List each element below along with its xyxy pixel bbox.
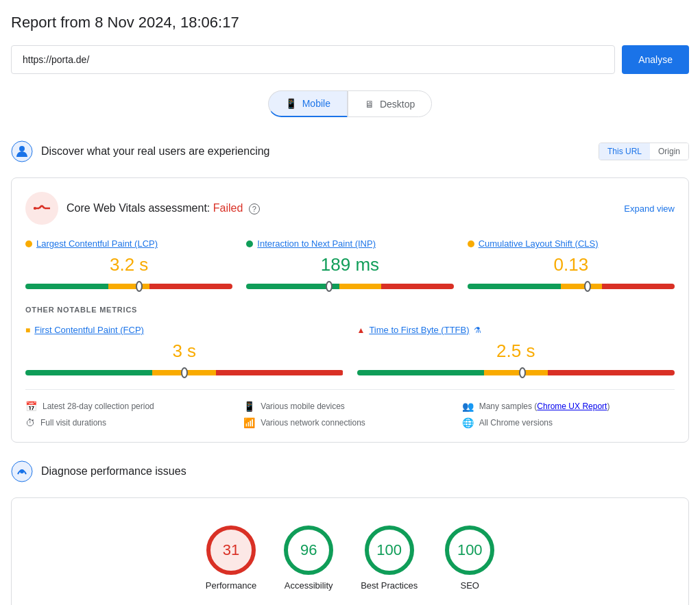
- tab-mobile[interactable]: 📱 Mobile: [268, 90, 348, 117]
- inp-value: 189 ms: [246, 254, 453, 275]
- ttfb-link[interactable]: Time to First Byte (TTFB): [369, 325, 469, 335]
- svg-point-1: [19, 146, 25, 151]
- report-title: Report from 8 Nov 2024, 18:06:17: [11, 14, 689, 32]
- inp-label: Interaction to Next Paint (INP): [246, 238, 453, 249]
- ttfb-bar-red: [548, 370, 675, 375]
- inp-dot: [246, 240, 253, 247]
- accessibility-value: 96: [300, 541, 317, 559]
- fcp-label: ■ First Contentful Paint (FCP): [25, 325, 343, 335]
- info-many-samples: 👥 Many samples (Chrome UX Report): [462, 401, 675, 412]
- best-practices-label: Best Practices: [361, 580, 418, 591]
- ttfb-bar: [357, 370, 675, 375]
- expand-view-link[interactable]: Expand view: [624, 203, 675, 214]
- cwv-icon: [25, 192, 58, 225]
- discover-left: Discover what your real users are experi…: [11, 140, 269, 162]
- cls-bar-orange: [561, 284, 602, 289]
- cwv-header: Core Web Vitals assessment: Failed ? Exp…: [25, 192, 675, 225]
- svg-point-8: [20, 469, 24, 473]
- cwv-title-area: Core Web Vitals assessment: Failed ?: [25, 192, 260, 225]
- cls-value: 0.13: [468, 254, 675, 275]
- inp-bar: [246, 284, 453, 289]
- chrome-ux-link[interactable]: Chrome UX Report: [537, 402, 607, 411]
- analyse-button[interactable]: Analyse: [622, 45, 689, 74]
- url-origin-toggle: This URL Origin: [599, 143, 689, 160]
- discover-title: Discover what your real users are experi…: [41, 145, 269, 158]
- diagnose-card: 31 Performance 96 Accessibility 100 Best…: [11, 497, 689, 605]
- mobile-icon: 📱: [285, 98, 297, 109]
- cwv-metrics-grid: Largest Contentful Paint (LCP) 3.2 s Int…: [25, 238, 675, 289]
- lcp-bar: [25, 284, 232, 289]
- accessibility-label: Accessibility: [285, 580, 333, 591]
- score-best-practices: 100 Best Practices: [361, 526, 418, 591]
- lcp-bar-orange: [108, 284, 149, 289]
- chrome-icon: 🌐: [462, 417, 474, 428]
- ttfb-bar-orange: [484, 370, 548, 375]
- ttfb-value: 2.5 s: [357, 341, 675, 362]
- info-collection-period: 📅 Latest 28-day collection period: [25, 401, 238, 412]
- seo-value: 100: [457, 541, 483, 559]
- url-input[interactable]: [11, 45, 615, 74]
- ttfb-flask-icon: ⚗: [474, 325, 481, 335]
- cwv-assessment-text: Core Web Vitals assessment: Failed ?: [67, 202, 260, 214]
- metric-cls: Cumulative Layout Shift (CLS) 0.13: [468, 238, 675, 289]
- inp-bar-red: [381, 284, 454, 289]
- tab-desktop[interactable]: 🖥 Desktop: [348, 90, 432, 117]
- diagnose-title: Diagnose performance issues: [41, 465, 186, 478]
- score-seo: 100 SEO: [445, 526, 494, 591]
- many-samples-text: Many samples (Chrome UX Report): [479, 402, 610, 411]
- fcp-bar-red: [216, 370, 343, 375]
- lcp-bar-red: [149, 284, 232, 289]
- fcp-value: 3 s: [25, 341, 343, 362]
- origin-button[interactable]: Origin: [650, 143, 688, 160]
- mobile-tab-label: Mobile: [302, 98, 330, 109]
- mobile-devices-text: Various mobile devices: [261, 402, 345, 411]
- lcp-link[interactable]: Largest Contentful Paint (LCP): [36, 238, 158, 249]
- fcp-square-icon: ■: [25, 325, 30, 335]
- lcp-bar-green: [25, 284, 108, 289]
- score-accessibility: 96 Accessibility: [284, 526, 333, 591]
- scores-grid: 31 Performance 96 Accessibility 100 Best…: [25, 512, 675, 604]
- collection-period-text: Latest 28-day collection period: [43, 402, 154, 411]
- metric-lcp: Largest Contentful Paint (LCP) 3.2 s: [25, 238, 232, 289]
- diagnose-header: Diagnose performance issues: [11, 454, 689, 489]
- performance-label: Performance: [206, 580, 256, 591]
- discover-icon: [11, 140, 33, 162]
- fcp-link[interactable]: First Contentful Paint (FCP): [34, 325, 144, 335]
- device-tabs: 📱 Mobile 🖥 Desktop: [11, 90, 689, 117]
- full-visit-text: Full visit durations: [40, 418, 106, 428]
- timer-icon: ⏱: [25, 417, 35, 428]
- cwv-card: Core Web Vitals assessment: Failed ? Exp…: [11, 177, 689, 443]
- performance-circle: 31: [206, 526, 256, 575]
- mobile-devices-icon: 📱: [243, 401, 255, 412]
- performance-value: 31: [223, 541, 239, 559]
- info-network: 📶 Various network connections: [243, 417, 456, 428]
- ttfb-bar-green: [357, 370, 484, 375]
- cwv-help-icon[interactable]: ?: [249, 203, 260, 214]
- fcp-bar: [25, 370, 343, 375]
- svg-line-4: [42, 206, 45, 208]
- samples-icon: 👥: [462, 401, 474, 412]
- inp-link[interactable]: Interaction to Next Paint (INP): [257, 238, 376, 249]
- inp-bar-orange: [339, 284, 381, 289]
- lcp-value: 3.2 s: [25, 254, 232, 275]
- url-bar: Analyse: [11, 45, 689, 74]
- svg-point-6: [34, 207, 36, 210]
- info-full-visit: ⏱ Full visit durations: [25, 417, 238, 428]
- info-grid: 📅 Latest 28-day collection period 📱 Vari…: [25, 389, 675, 428]
- best-practices-circle: 100: [365, 526, 414, 575]
- seo-circle: 100: [445, 526, 494, 575]
- info-chrome-versions: 🌐 All Chrome versions: [462, 417, 675, 428]
- cls-bar-marker: [584, 281, 591, 292]
- cls-link[interactable]: Cumulative Layout Shift (CLS): [479, 238, 599, 249]
- cls-bar: [468, 284, 675, 289]
- desktop-tab-label: Desktop: [380, 99, 415, 110]
- accessibility-circle: 96: [284, 526, 333, 575]
- this-url-button[interactable]: This URL: [599, 143, 650, 160]
- network-icon: 📶: [243, 417, 255, 428]
- fcp-bar-green: [25, 370, 152, 375]
- cls-bar-green: [468, 284, 561, 289]
- best-practices-value: 100: [376, 541, 402, 559]
- metric-inp: Interaction to Next Paint (INP) 189 ms: [246, 238, 453, 289]
- lcp-bar-marker: [136, 281, 143, 292]
- desktop-icon: 🖥: [365, 99, 374, 110]
